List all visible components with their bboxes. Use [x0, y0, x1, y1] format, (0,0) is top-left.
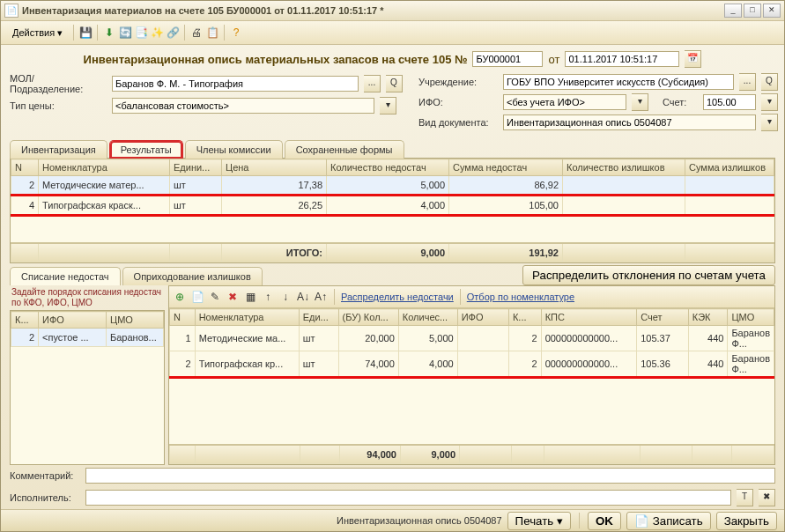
doc-date-input[interactable]: [565, 51, 679, 67]
help-icon[interactable]: ?: [229, 26, 243, 40]
up-icon[interactable]: ↑: [261, 290, 275, 304]
price-type-input[interactable]: [112, 98, 374, 114]
print-button[interactable]: Печать ▾: [507, 512, 571, 530]
post-icon[interactable]: ⬇: [102, 26, 116, 40]
table-row[interactable]: 2 <пустое ... Баранов...: [11, 329, 164, 347]
report-icon[interactable]: 📑: [134, 26, 148, 40]
total-sum-short: 191,92: [449, 243, 563, 262]
tab-commission[interactable]: Члены комиссии: [185, 140, 283, 159]
app-icon: 📄: [4, 4, 19, 18]
executor-clear-button[interactable]: ✖: [759, 489, 775, 506]
down-icon[interactable]: ↓: [278, 290, 293, 304]
total-qty-short: 9,000: [327, 243, 449, 262]
tab-surplus[interactable]: Оприходование излишков: [122, 267, 263, 285]
executor-input[interactable]: [85, 490, 731, 506]
col-unit[interactable]: Едини...: [170, 159, 222, 176]
delete-icon[interactable]: ✖: [226, 290, 240, 304]
inst-open-button[interactable]: Q: [761, 73, 778, 91]
window-title: Инвентаризация материалов на счете 105 Б…: [22, 5, 724, 16]
ok-button[interactable]: OK: [588, 512, 621, 530]
ifo-dropdown[interactable]: ▾: [632, 93, 648, 111]
doc-heading: Инвентаризационная опись материальных за…: [84, 53, 468, 66]
ifo-input[interactable]: [503, 94, 626, 110]
inst-input[interactable]: [503, 74, 734, 90]
comment-label: Комментарий:: [10, 470, 80, 481]
refresh-icon[interactable]: 🔄: [118, 26, 132, 40]
executor-label: Исполнитель:: [10, 492, 80, 503]
main-tabs: Инвентаризация Результаты Члены комиссии…: [10, 139, 784, 158]
from-label: от: [548, 53, 559, 66]
doc-number-input[interactable]: [472, 51, 543, 67]
order-hint: Задайте порядок списания недостач по КФО…: [10, 285, 165, 310]
close-button[interactable]: ✕: [763, 4, 781, 18]
inst-label: Учреждение:: [418, 77, 498, 87]
col-qty-over[interactable]: Количество излишков: [563, 159, 685, 176]
col-nom[interactable]: Номенклатура: [39, 159, 170, 176]
mol-select-button[interactable]: ...: [364, 75, 381, 92]
distribute-button[interactable]: Распределить отклонения по счетам учета: [522, 265, 775, 285]
detail-toolbar: ⊕ 📄 ✎ ✖ ▦ ↑ ↓ A↓ A↑ Распределить недоста…: [169, 286, 774, 308]
total-label: ИТОГО:: [222, 243, 327, 262]
add-icon[interactable]: ⊕: [173, 290, 187, 304]
edit-icon[interactable]: ✎: [208, 290, 222, 304]
titlebar: 📄 Инвентаризация материалов на счете 105…: [1, 1, 784, 21]
date-picker-button[interactable]: 📅: [685, 50, 701, 68]
minimize-button[interactable]: _: [724, 4, 742, 18]
mol-input[interactable]: [112, 76, 359, 92]
inst-select-button[interactable]: ...: [739, 73, 756, 91]
table-row[interactable]: 4 Типографская краск... шт 26,25 4,000 1…: [11, 196, 774, 216]
sort-asc-icon[interactable]: A↓: [296, 290, 310, 304]
doc-heading-row: Инвентаризационная опись материальных за…: [10, 50, 775, 68]
account-label: Счет:: [663, 97, 698, 107]
table-row[interactable]: 2Типографская кр...шт 74,0004,000 200000…: [170, 351, 774, 378]
account-input[interactable]: [703, 94, 756, 110]
mol-label: МОЛ/Подразделение:: [10, 73, 107, 94]
doctype-dropdown[interactable]: ▾: [761, 114, 778, 131]
form-icon[interactable]: 📋: [205, 26, 219, 40]
col-sum-short[interactable]: Сумма недостач: [449, 159, 563, 176]
col-sum-over[interactable]: Сумма излишков: [685, 159, 774, 176]
col-price[interactable]: Цена: [222, 159, 327, 176]
mol-open-button[interactable]: Q: [386, 75, 403, 92]
tab-saved-forms[interactable]: Сохраненные формы: [285, 140, 404, 159]
ifo-label: ИФО:: [418, 97, 498, 107]
col-n[interactable]: N: [11, 159, 39, 176]
main-toolbar: Действия ▾ 💾 ⬇ 🔄 📑 ✨ 🔗 🖨 📋 ?: [1, 21, 784, 45]
close-form-button[interactable]: Закрыть: [716, 512, 777, 530]
filter-link[interactable]: Отбор по номенклатуре: [467, 292, 574, 302]
table-row[interactable]: 1Методические ма...шт 20,0005,000 200000…: [170, 326, 774, 351]
price-type-dropdown[interactable]: ▾: [380, 97, 396, 115]
link-icon[interactable]: 🔗: [166, 26, 180, 40]
comment-input[interactable]: [85, 468, 775, 484]
doctype-label: Вид документа:: [418, 117, 498, 128]
col-qty-short[interactable]: Количество недостач: [327, 159, 449, 176]
status-bar: Инвентаризационная опись 0504087 Печать …: [1, 509, 784, 531]
account-dropdown[interactable]: ▾: [761, 93, 778, 111]
table-row[interactable]: 2 Методические матер... шт 17,38 5,000 8…: [11, 176, 774, 196]
tab-writeoff[interactable]: Списание недостач: [10, 267, 121, 285]
results-grid[interactable]: N Номенклатура Едини... Цена Количество …: [10, 158, 775, 263]
actions-menu[interactable]: Действия ▾: [6, 24, 69, 41]
detail-panel: ⊕ 📄 ✎ ✖ ▦ ↑ ↓ A↓ A↑ Распределить недоста…: [168, 285, 775, 465]
order-grid[interactable]: К... ИФО ЦМО 2 <пустое ... Баранов...: [10, 310, 165, 465]
print-icon[interactable]: 🖨: [189, 26, 204, 40]
grid-icon[interactable]: ▦: [243, 290, 257, 304]
status-form: Инвентаризационная опись 0504087: [337, 515, 502, 526]
tab-inventory[interactable]: Инвентаризация: [10, 140, 107, 159]
maximize-button[interactable]: □: [744, 4, 761, 18]
save-icon[interactable]: 💾: [78, 26, 93, 40]
wand-icon[interactable]: ✨: [150, 26, 164, 40]
copy-icon[interactable]: 📄: [190, 290, 204, 304]
executor-t-button[interactable]: T: [737, 489, 753, 506]
price-type-label: Тип цены:: [10, 100, 107, 111]
save-button[interactable]: 📄 Записать: [626, 512, 711, 530]
sort-desc-icon[interactable]: A↑: [314, 290, 328, 304]
tab-results[interactable]: Результаты: [109, 140, 183, 159]
detail-grid[interactable]: N Номенклатура Еди... (БУ) Кол... Количе…: [169, 308, 774, 379]
distribute-shortages-link[interactable]: Распределить недостачи: [341, 292, 454, 302]
doctype-input[interactable]: [503, 115, 756, 130]
